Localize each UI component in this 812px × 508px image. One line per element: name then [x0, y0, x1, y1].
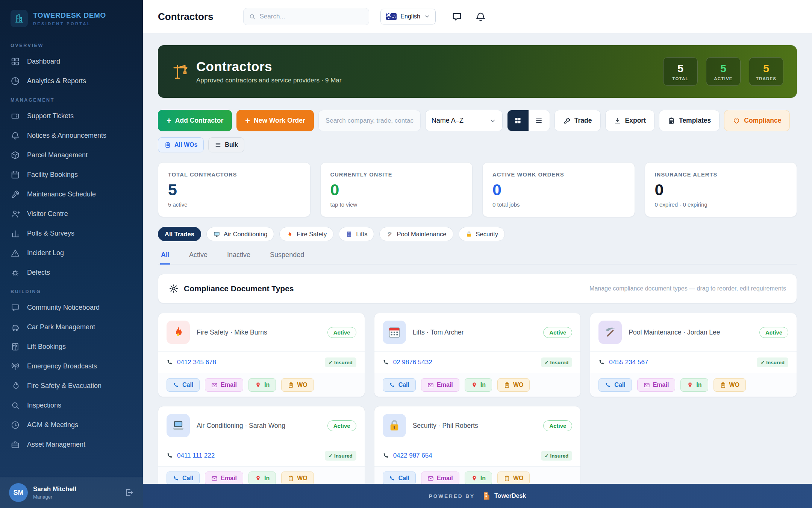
chip-lifts[interactable]: Lifts	[339, 227, 374, 241]
sidebar-item-lift-bookings[interactable]: Lift Bookings	[0, 337, 143, 356]
phone-link[interactable]: 0412 345 678	[177, 359, 216, 366]
work-order-button[interactable]: WO	[714, 378, 746, 392]
email-button[interactable]: Email	[421, 471, 459, 484]
hero-stat-total: 5 TOTAL	[663, 57, 698, 86]
sidebar-item-fire-safety[interactable]: Fire Safety & Evacuation	[0, 376, 143, 395]
checkin-button[interactable]: In	[248, 471, 276, 484]
sidebar-item-label: Community Noticeboard	[27, 304, 100, 312]
chip-pool-maintenance[interactable]: Pool Maintenance	[379, 227, 453, 241]
email-button[interactable]: Email	[637, 378, 676, 392]
sidebar-item-support-tickets[interactable]: Support Tickets	[0, 106, 143, 126]
call-button[interactable]: Call	[167, 378, 200, 392]
contractor-card[interactable]: Fire Safety · Mike Burns Active 0412 345…	[158, 313, 365, 397]
clipboard-icon	[288, 382, 294, 388]
compliance-button[interactable]: Compliance	[724, 110, 790, 131]
logout-button[interactable]	[124, 488, 134, 497]
new-work-order-button[interactable]: +New Work Order	[236, 110, 314, 131]
sidebar-item-label: Emergency Broadcasts	[27, 362, 97, 370]
messages-button[interactable]	[451, 11, 462, 22]
sort-select[interactable]: Name A–Z	[425, 110, 503, 131]
language-label: English	[400, 13, 420, 20]
phone-link[interactable]: 0411 111 222	[177, 452, 215, 459]
sidebar-item-agm-meetings[interactable]: AGM & Meetings	[0, 415, 143, 435]
user-role: Manager	[33, 494, 76, 500]
sidebar: TOWERDESK DEMO RESIDENT PORTAL OVERVIEW …	[0, 0, 143, 508]
checkin-button[interactable]: In	[680, 378, 708, 392]
sidebar-item-polls-surveys[interactable]: Polls & Surveys	[0, 224, 143, 243]
sidebar-item-visitor-centre[interactable]: Visitor Centre	[0, 204, 143, 224]
compliance-doc-types-panel[interactable]: Compliance Document Types Manage complia…	[158, 274, 797, 303]
phone-link[interactable]: 0455 234 567	[609, 359, 648, 366]
sidebar-item-notices[interactable]: Notices & Announcements	[0, 126, 143, 145]
sidebar-item-inspections[interactable]: Inspections	[0, 395, 143, 415]
sidebar-item-community-noticeboard[interactable]: Community Noticeboard	[0, 298, 143, 317]
contractor-card[interactable]: Air Conditioning · Sarah Wong Active 041…	[158, 406, 365, 484]
checkin-button[interactable]: In	[465, 471, 492, 484]
email-button[interactable]: Email	[205, 471, 243, 484]
pin-icon	[255, 382, 261, 388]
chip-air-conditioning[interactable]: Air Conditioning	[206, 227, 274, 241]
tab-active[interactable]: Active	[188, 247, 208, 265]
grid-view-button[interactable]	[508, 110, 529, 131]
phone-link[interactable]: 0422 987 654	[393, 452, 432, 459]
add-contractor-button[interactable]: +Add Contractor	[158, 110, 232, 131]
phone-link[interactable]: 02 9876 5432	[393, 359, 432, 366]
call-button[interactable]: Call	[167, 471, 200, 484]
all-work-orders-button[interactable]: All WOs	[158, 137, 204, 152]
sidebar-item-dashboard[interactable]: Dashboard	[0, 52, 143, 71]
list-view-button[interactable]	[529, 110, 550, 131]
call-button[interactable]: Call	[383, 378, 416, 392]
work-order-button[interactable]: WO	[281, 471, 314, 484]
trade-filter-button[interactable]: Trade	[554, 110, 601, 131]
sidebar-item-parcel[interactable]: Parcel Management	[0, 145, 143, 165]
sidebar-item-label: Parcel Management	[27, 151, 88, 159]
chip-security[interactable]: Security	[459, 227, 505, 241]
chip-fire-safety[interactable]: Fire Safety	[279, 227, 333, 241]
insured-badge: ✓ Insured	[325, 451, 356, 461]
sidebar-item-label: Fire Safety & Evacuation	[27, 382, 102, 390]
contractor-card[interactable]: Lifts · Tom Archer Active 02 9876 5432 ✓…	[374, 313, 581, 397]
contractor-card[interactable]: Security · Phil Roberts Active 0422 987 …	[374, 406, 581, 484]
contractor-card[interactable]: Pool Maintenance · Jordan Lee Active 045…	[590, 313, 797, 397]
bell-icon	[11, 131, 20, 140]
sidebar-item-defects[interactable]: Defects	[0, 263, 143, 282]
sidebar-item-incident-log[interactable]: Incident Log	[0, 243, 143, 263]
notifications-button[interactable]	[475, 11, 486, 22]
bulk-button[interactable]: Bulk	[208, 137, 244, 152]
sidebar-item-label: Car Park Management	[27, 323, 95, 331]
email-button[interactable]: Email	[205, 378, 243, 392]
stat-card-currently-onsite[interactable]: CURRENTLY ONSITE 0 tap to view	[320, 162, 473, 217]
stat-card-active-work-orders[interactable]: ACTIVE WORK ORDERS 0 0 total jobs	[482, 162, 635, 217]
checkin-button[interactable]: In	[248, 378, 276, 392]
tab-all[interactable]: All	[160, 247, 170, 265]
clipboard-icon	[720, 382, 726, 388]
tab-inactive[interactable]: Inactive	[226, 247, 251, 265]
contractor-search-input[interactable]	[318, 110, 421, 131]
tab-suspended[interactable]: Suspended	[269, 247, 305, 265]
search-input[interactable]	[260, 13, 364, 20]
menu-lines-icon	[215, 141, 221, 148]
export-button[interactable]: Export	[605, 110, 654, 131]
templates-button[interactable]: Templates	[659, 110, 720, 131]
sidebar-item-analytics-reports[interactable]: Analytics & Reports	[0, 71, 143, 91]
checkin-button[interactable]: In	[465, 378, 492, 392]
sidebar-item-asset-management[interactable]: Asset Management	[0, 435, 143, 454]
work-order-button[interactable]: WO	[497, 471, 530, 484]
sidebar-item-emergency-broadcasts[interactable]: Emergency Broadcasts	[0, 356, 143, 376]
grid-view-icon	[514, 117, 522, 125]
stat-card-insurance-alerts[interactable]: INSURANCE ALERTS 0 0 expired · 0 expirin…	[645, 162, 797, 217]
laptop-icon	[167, 414, 190, 437]
user-profile[interactable]: SM Sarah Mitchell Manager	[0, 477, 143, 508]
chip-all-trades[interactable]: All Trades	[158, 227, 201, 241]
stat-sub: 0 expired · 0 expiring	[655, 201, 787, 208]
sidebar-item-car-park[interactable]: Car Park Management	[0, 317, 143, 337]
email-button[interactable]: Email	[421, 378, 459, 392]
sidebar-item-maintenance[interactable]: Maintenance Schedule	[0, 184, 143, 204]
call-button[interactable]: Call	[598, 378, 632, 392]
sidebar-item-facility-bookings[interactable]: Facility Bookings	[0, 165, 143, 184]
call-button[interactable]: Call	[383, 471, 416, 484]
language-selector[interactable]: English	[380, 9, 435, 24]
stat-card-total-contractors[interactable]: TOTAL CONTRACTORS 5 5 active	[158, 162, 311, 217]
work-order-button[interactable]: WO	[497, 378, 530, 392]
work-order-button[interactable]: WO	[281, 378, 314, 392]
